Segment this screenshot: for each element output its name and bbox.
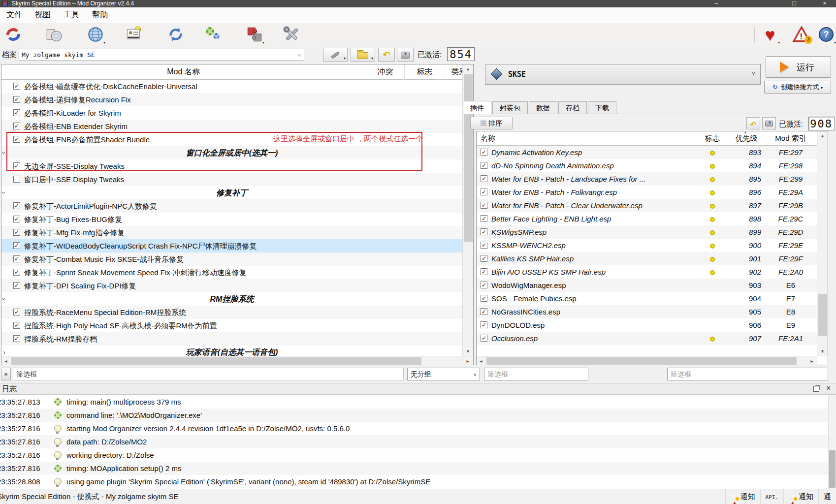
plugin-checkbox[interactable]: ✓	[481, 175, 487, 182]
refresh-icon[interactable]	[165, 26, 187, 45]
mod-checkbox[interactable]: ✓	[13, 96, 20, 103]
menu-item-工具[interactable]: 工具	[57, 7, 86, 23]
mod-separator[interactable]: ›窗口化全屏或居中(选其一)	[1, 146, 462, 159]
install-archive-icon[interactable]	[43, 26, 65, 45]
mod-checkbox[interactable]: ✓	[13, 269, 20, 276]
plugin-filter-input[interactable]	[667, 368, 828, 380]
plugin-checkbox[interactable]: ✓	[481, 308, 487, 315]
plugins-puzzle-icon[interactable]: ▾	[244, 26, 265, 45]
run-button[interactable]: 运行	[766, 56, 831, 78]
mod-checkbox[interactable]: ✓	[13, 322, 20, 329]
plugin-list-vscrollbar[interactable]: ▴ ▾	[817, 131, 828, 356]
filter-more-button[interactable]: »	[1, 368, 11, 380]
tab-存档[interactable]: 存档	[558, 101, 587, 114]
mod-row[interactable]: ✓必备模组-磁盘缓存优化-DiskCacheEnabler-Universal	[1, 80, 462, 93]
plugins-backup-button[interactable]	[762, 117, 776, 129]
log-row[interactable]: 23:35:27.813timing: main() multiprocess …	[0, 395, 828, 409]
mod-row[interactable]: ✓必备模组-KiLoader for Skyrim	[1, 106, 462, 120]
mod-checkbox[interactable]: ✓	[13, 202, 20, 209]
mod-separator[interactable]: ›RM捏脸系统	[1, 292, 462, 306]
plugin-checkbox[interactable]: ✓	[481, 228, 487, 235]
close-icon[interactable]: ×	[817, 0, 832, 7]
help-icon[interactable]: ?▾	[815, 26, 836, 45]
scroll-up-icon[interactable]: ▴	[817, 131, 828, 140]
mod-checkbox[interactable]	[13, 176, 20, 183]
plugin-row[interactable]: ✓Kalilies KS SMP Hair.esp901FE:29F	[477, 252, 817, 265]
tab-下载[interactable]: 下载	[588, 101, 616, 114]
profiles-icon[interactable]	[123, 26, 145, 45]
mod-row[interactable]: ✓修复补丁-Bug Fixes-BUG修复	[1, 213, 462, 226]
mod-checkbox[interactable]: ✓	[13, 123, 20, 129]
mod-checkbox[interactable]: ✓	[13, 162, 20, 169]
mod-checkbox[interactable]: ✓	[13, 83, 20, 90]
minimize-icon[interactable]: –	[709, 0, 724, 7]
mod-row[interactable]: 窗口居中-SSE Display Tweaks	[1, 173, 462, 186]
plugin-checkbox[interactable]: ✓	[481, 189, 487, 195]
mod-row[interactable]: ✓捏脸系统-RM捏脸存档	[1, 332, 462, 346]
menu-item-帮助[interactable]: 帮助	[86, 7, 114, 23]
mod-row[interactable]: ✓捏脸系统-RaceMenu Special Edition-RM捏脸系统	[1, 306, 462, 319]
plugin-checkbox[interactable]: ✓	[481, 282, 487, 288]
expand-icon[interactable]: ›	[1, 191, 11, 194]
close-log-icon[interactable]: ×	[826, 384, 831, 393]
mod-row[interactable]: ✓修复补丁-Sprint Sneak Movement Speed Fix-冲刺…	[1, 266, 462, 279]
mo2-logo[interactable]	[2, 26, 24, 45]
plugin-checkbox[interactable]: ✓	[481, 202, 487, 209]
mod-checkbox[interactable]: ✓	[13, 229, 20, 236]
plugin-row[interactable]: ✓KSWigsSMP.esp899FE:29D	[477, 225, 817, 239]
plugin-checkbox[interactable]: ✓	[481, 268, 487, 275]
open-folder-button[interactable]: ▾	[351, 48, 375, 62]
column-mod-index[interactable]: Mod 索引	[765, 134, 816, 143]
mod-row[interactable]: ✓捏脸系统-High Poly Head SE-高模头模-必须要RM作为前置	[1, 319, 462, 332]
mod-separator[interactable]: ›玩家语音(自选其一语音包)	[1, 346, 462, 356]
tab-插件[interactable]: 插件	[463, 101, 491, 114]
create-shortcut-button[interactable]: ↻ 创建快捷方式 ▾	[764, 81, 831, 94]
mod-checkbox[interactable]: ✓	[13, 282, 20, 289]
mod-checkbox[interactable]: ✓	[13, 109, 20, 116]
plugin-row[interactable]: ✓Occlusion.esp907FE:2A1	[477, 332, 817, 345]
status-section-通[interactable]: 通	[818, 489, 836, 504]
profile-select[interactable]: My zolgame skyim SE ˅	[19, 49, 304, 61]
log-vscrollbar[interactable]	[828, 395, 836, 489]
plugin-checkbox[interactable]: ✓	[481, 255, 487, 262]
mod-row[interactable]: ✓修复补丁-Combat Music Fix SKSE-战斗音乐修复	[1, 252, 462, 266]
plugin-row[interactable]: ✓Water for ENB - Patch - Clear Underwate…	[477, 199, 817, 212]
log-row[interactable]: 23:35:27.816starting Mod Organizer versi…	[0, 422, 828, 435]
revert-button[interactable]: ↶	[378, 48, 395, 62]
scroll-left-icon[interactable]: ◂	[477, 356, 485, 365]
mod-row[interactable]: ✓修复补丁-WIDeadBodyCleanupScript Crash Fix-…	[1, 239, 462, 252]
group-by-select[interactable]: 无分组 ˅	[407, 368, 480, 380]
scroll-thumb[interactable]	[486, 357, 797, 365]
scroll-thumb[interactable]	[829, 450, 836, 488]
plugin-checkbox[interactable]: ✓	[481, 335, 487, 342]
mod-row[interactable]: ✓无边全屏-SSE-Display Tweaks	[1, 159, 462, 173]
executables-config-button[interactable]: ▾	[323, 48, 348, 62]
plugin-row[interactable]: ✓NoGrassINCities.esp905E8	[477, 305, 817, 318]
scroll-thumb[interactable]	[464, 74, 473, 242]
plugin-checkbox[interactable]: ✓	[481, 321, 487, 328]
log-row[interactable]: 23:35:28.808using game plugin 'Skyrim Sp…	[0, 475, 828, 488]
log-row[interactable]: 23:35:27.816command line: '.\MO2\ModOrga…	[0, 409, 828, 422]
mod-separator[interactable]: ›修复补丁	[1, 186, 462, 199]
backup-button[interactable]	[397, 48, 414, 62]
plugin-row[interactable]: ✓dD-No Spinning Death Animation.esp894FE…	[477, 159, 817, 172]
scroll-thumb[interactable]	[11, 357, 421, 365]
scroll-up-icon[interactable]: ▴	[463, 64, 473, 73]
mod-filter-secondary-input[interactable]	[484, 368, 588, 380]
mod-row[interactable]: ✓必备模组-ENB必备前置Shader Bundle	[1, 133, 462, 146]
plugin-checkbox[interactable]: ✓	[481, 149, 487, 156]
plugin-checkbox[interactable]: ✓	[481, 295, 487, 302]
scroll-right-icon[interactable]: ▸	[807, 356, 816, 365]
collapse-icon[interactable]: ›	[3, 346, 5, 356]
scroll-down-icon[interactable]: ▾	[817, 347, 828, 356]
plugin-row[interactable]: ✓SOS - Female Pubics.esp904E7	[477, 292, 817, 305]
log-row[interactable]: 23:35:27.816data path: D:/Zolse/MO2	[0, 435, 828, 448]
mod-row[interactable]: ✓修复补丁-Mfg Fix-mfg指令修复	[1, 226, 462, 239]
scroll-right-icon[interactable]: ▸	[463, 356, 472, 365]
plugin-row[interactable]: ✓Bijin AIO USSEP KS SMP Hair.esp902FE:2A…	[477, 265, 817, 279]
mod-checkbox[interactable]: ✓	[13, 335, 20, 342]
maximize-icon[interactable]: □	[787, 0, 802, 7]
mod-row[interactable]: ✓必备模组-ENB Extender Skyrim	[1, 120, 462, 133]
mod-checkbox[interactable]: ✓	[13, 242, 20, 249]
status-section-API.[interactable]: API.	[760, 489, 784, 504]
